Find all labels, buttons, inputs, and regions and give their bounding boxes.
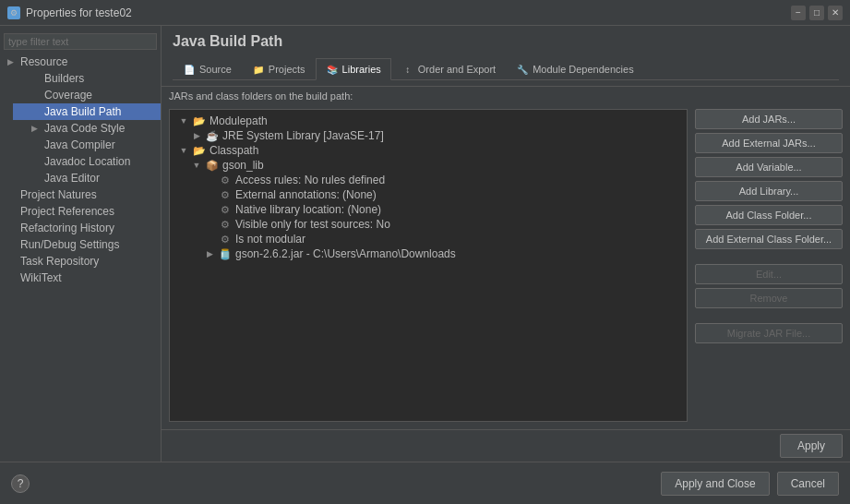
sidebar-item-refactoring-history[interactable]: Refactoring History [0,220,161,236]
sidebar-item-java-build-path[interactable]: Java Build Path [13,103,161,120]
tree-node-icon: ⚙ [218,174,233,186]
button-spacer [695,253,843,260]
app-icon: ⚙ [7,6,20,19]
tree-node-icon: 📦 [205,159,220,172]
tab-order-export[interactable]: ↕Order and Export [391,58,506,80]
tree-item-gson-lib[interactable]: ▼📦gson_lib [174,158,683,173]
tree-item-label: Is not modular [235,233,305,246]
tree-item-label: JRE System Library [JavaSE-17] [222,129,384,142]
main-container: ▶ResourceBuildersCoverageJava Build Path… [0,26,850,462]
module-dependencies-tab-icon: 🔧 [516,63,529,76]
tree-item-label: Modulepath [210,114,268,127]
jar-label: JARs and class folders on the build path… [162,87,850,102]
apply-close-button[interactable]: Apply and Close [661,472,769,496]
tree-item-label: Classpath [210,144,258,157]
sidebar-item-label: Java Editor [44,172,100,185]
sidebar-item-javadoc-location[interactable]: Javadoc Location [13,153,161,170]
tree-node-icon: 🫙 [218,247,233,260]
add-external-class-folder-button[interactable]: Add External Class Folder... [695,229,843,249]
tab-label: Order and Export [418,64,496,75]
add-variable-button[interactable]: Add Variable... [695,157,843,177]
migrate-jar-button: Migrate JAR File... [695,323,843,343]
sidebar-item-label: Refactoring History [20,222,114,234]
sidebar-item-label: Java Compiler [44,138,115,151]
tree-item-modulepath[interactable]: ▼📂Modulepath [174,114,683,128]
tab-module-dependencies[interactable]: 🔧Module Dependencies [506,58,643,80]
sidebar-item-java-compiler[interactable]: Java Compiler [13,137,161,153]
tree-item-label: Native library location: (None) [235,203,381,216]
tree-arrow-icon: ▼ [178,146,189,155]
add-library-button[interactable]: Add Library... [695,181,843,201]
tree-item-gson-jar[interactable]: ▶🫙gson-2.6.2.jar - C:\Users\Armano\Downl… [174,246,683,261]
sidebar-item-run-debug-settings[interactable]: Run/Debug Settings [0,236,161,253]
bottom-left: ? [11,474,30,493]
tree-item-label: Visible only for test sources: No [235,218,390,231]
tree-node-icon: ☕ [205,129,220,142]
tree-node-icon: 📂 [192,144,207,157]
tree-node-icon: 📂 [192,114,207,127]
title-bar-controls: − □ ✕ [791,6,843,20]
bottom-bar: ? Apply and Close Cancel [0,462,850,504]
sidebar-item-label: Coverage [44,89,92,102]
add-jars-button[interactable]: Add JARs... [695,109,843,129]
libraries-tab-icon: 📚 [326,63,339,76]
sidebar-item-label: WikiText [20,271,62,284]
sidebar-item-java-code-style[interactable]: ▶Java Code Style [13,120,161,137]
content-header: Java Build Path 📄Source📁Projects📚Librari… [162,26,850,87]
sidebar-item-java-editor[interactable]: Java Editor [13,170,161,186]
page-title: Java Build Path [173,33,839,50]
tab-projects[interactable]: 📁Projects [242,58,316,80]
expand-arrow-icon: ▶ [31,124,41,133]
tab-source[interactable]: 📄Source [173,58,242,80]
sidebar-item-builders[interactable]: Builders [13,70,161,87]
tree-arrow-icon: ▼ [178,116,189,126]
sidebar-items: ▶ResourceBuildersCoverageJava Build Path… [0,54,161,286]
add-class-folder-button[interactable]: Add Class Folder... [695,205,843,225]
tree-item-is-not-modular[interactable]: ⚙Is not modular [174,232,683,246]
order-export-tab-icon: ↕ [401,63,414,76]
tab-label: Libraries [342,64,381,75]
sidebar-item-label: Run/Debug Settings [20,238,119,251]
tree-item-label: gson-2.6.2.jar - C:\Users\Armano\Downloa… [235,247,456,260]
title-bar-left: ⚙ Properties for teste02 [7,6,132,19]
sidebar-item-coverage[interactable]: Coverage [13,87,161,103]
minimize-button[interactable]: − [791,6,806,20]
filter-input[interactable] [4,33,157,50]
help-button[interactable]: ? [11,474,30,493]
maximize-button[interactable]: □ [809,6,824,20]
content-body: ▼📂Modulepath▶☕JRE System Library [JavaSE… [162,102,850,429]
sidebar-item-label: Task Repository [20,255,99,268]
tree-arrow-icon: ▶ [204,249,215,258]
tab-bar: 📄Source📁Projects📚Libraries↕Order and Exp… [173,57,839,80]
content-apply-button[interactable]: Apply [780,434,843,458]
sidebar: ▶ResourceBuildersCoverageJava Build Path… [0,26,162,462]
title-bar: ⚙ Properties for teste02 − □ ✕ [0,0,850,26]
tree-item-external-annotations[interactable]: ⚙External annotations: (None) [174,187,683,202]
sidebar-item-resource[interactable]: ▶Resource [0,54,161,70]
cancel-button[interactable]: Cancel [777,472,839,496]
tree-item-label: gson_lib [222,159,264,172]
tree-panel: ▼📂Modulepath▶☕JRE System Library [JavaSE… [169,109,688,422]
sidebar-item-wikitext[interactable]: WikiText [0,270,161,286]
bottom-right: Apply and Close Cancel [661,472,839,496]
tree-item-visible-only[interactable]: ⚙Visible only for test sources: No [174,217,683,232]
tree-item-jre-system[interactable]: ▶☕JRE System Library [JavaSE-17] [174,128,683,143]
tree-item-access-rules[interactable]: ⚙Access rules: No rules defined [174,173,683,187]
close-button[interactable]: ✕ [828,6,843,20]
source-tab-icon: 📄 [183,63,196,76]
tree-node-icon: ⚙ [218,233,233,246]
sidebar-item-task-repository[interactable]: Task Repository [0,253,161,270]
tab-libraries[interactable]: 📚Libraries [316,58,391,80]
tree-item-native-library[interactable]: ⚙Native library location: (None) [174,202,683,217]
tab-label: Projects [269,64,305,75]
sidebar-item-label: Resource [20,55,67,68]
right-panel: Add JARs...Add External JARs...Add Varia… [695,109,843,422]
sidebar-item-project-references[interactable]: Project References [0,203,161,220]
projects-tab-icon: 📁 [252,63,265,76]
tree-node-icon: ⚙ [218,188,233,201]
sidebar-item-label: Project Natures [20,188,97,201]
add-external-jars-button[interactable]: Add External JARs... [695,133,843,153]
tree-item-classpath[interactable]: ▼📂Classpath [174,143,683,158]
sidebar-item-label: Project References [20,205,114,218]
sidebar-item-project-natures[interactable]: Project Natures [0,186,161,203]
